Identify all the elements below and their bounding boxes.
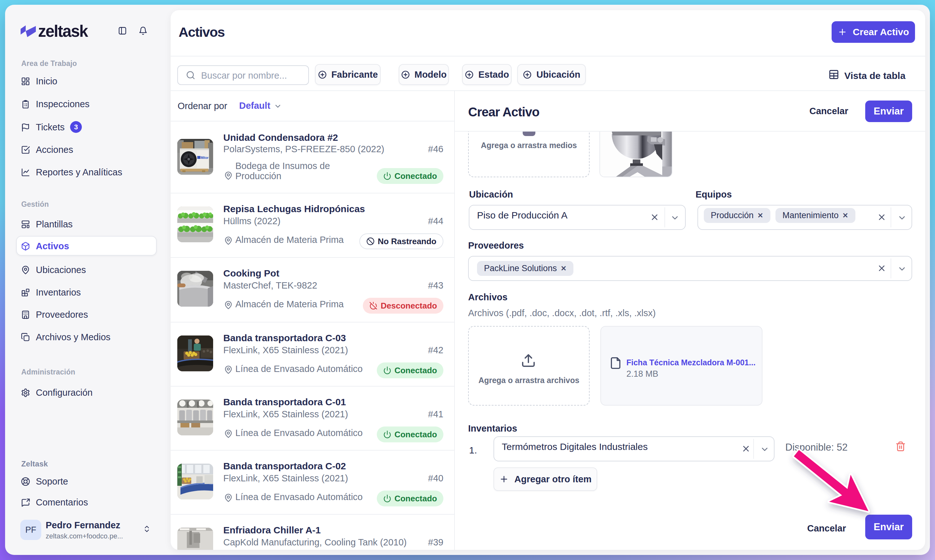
svg-text:Mitor: Mitor bbox=[201, 156, 209, 160]
